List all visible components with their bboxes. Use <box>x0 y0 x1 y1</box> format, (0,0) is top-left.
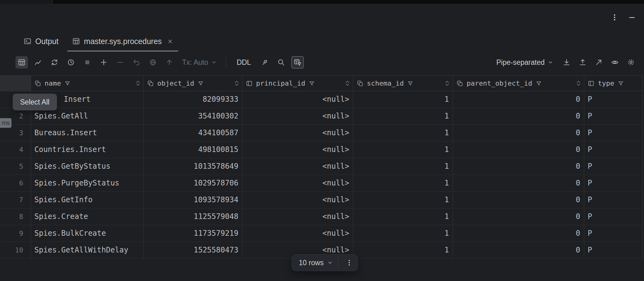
cell-object-id[interactable]: 434100587 <box>144 125 242 141</box>
cell-parent-object-id[interactable]: 0 <box>453 125 584 141</box>
cell-name[interactable]: Spies.BulkCreate <box>31 225 144 242</box>
cell-schema-id[interactable]: 1 <box>353 141 453 158</box>
cell-parent-object-id[interactable]: 0 <box>453 192 584 208</box>
submit-button[interactable] <box>163 56 176 69</box>
cell-type[interactable]: P <box>584 242 642 259</box>
row-number[interactable]: 9 <box>0 225 31 242</box>
pill-more-options-button[interactable] <box>343 256 355 269</box>
cell-type[interactable]: P <box>584 108 642 125</box>
cell-schema-id[interactable]: 1 <box>353 225 453 242</box>
cell-object-id[interactable]: 1093578934 <box>144 192 242 208</box>
cell-type[interactable]: P <box>584 125 642 141</box>
cell-object-id[interactable]: 354100302 <box>144 108 242 125</box>
cell-principal-id[interactable]: <null> <box>242 141 353 158</box>
cell-schema-id[interactable]: 1 <box>353 208 453 225</box>
minimize-button[interactable] <box>625 10 639 25</box>
row-count-pill[interactable]: 10 rows <box>292 254 358 271</box>
filter-funnel-icon[interactable] <box>618 80 624 87</box>
cell-principal-id[interactable]: <null> <box>242 192 353 208</box>
cell-object-id[interactable]: 1125579048 <box>144 208 242 225</box>
pin-tab-button[interactable] <box>259 56 271 69</box>
cell-schema-id[interactable]: 1 <box>353 192 453 208</box>
cell-parent-object-id[interactable]: 0 <box>453 158 584 175</box>
cell-object-id[interactable]: 1173579219 <box>144 225 242 242</box>
cell-name[interactable]: Bureaus.Insert <box>31 125 144 141</box>
tool-window-edge-stub[interactable]: ms <box>0 118 11 128</box>
cell-name[interactable]: Spies.GetByStatus <box>31 158 144 175</box>
cell-principal-id[interactable]: <null> <box>242 225 353 242</box>
import-data-button[interactable] <box>577 56 589 69</box>
cell-object-id[interactable]: 1013578649 <box>144 158 242 175</box>
transaction-mode-dropdown[interactable]: Tx: Auto <box>180 58 220 67</box>
cell-type[interactable]: P <box>584 192 642 208</box>
cell-principal-id[interactable]: <null> <box>242 108 353 125</box>
preview-button[interactable] <box>147 56 159 69</box>
add-row-button[interactable] <box>98 56 110 69</box>
cell-schema-id[interactable]: 1 <box>353 175 453 192</box>
table-row[interactable]: 5 Spies.GetByStatus 1013578649 <null> 1 … <box>0 158 642 175</box>
cell-parent-object-id[interactable]: 0 <box>453 141 584 158</box>
cell-schema-id[interactable]: 1 <box>353 158 453 175</box>
cell-name[interactable]: Spies.GetAll <box>31 108 144 125</box>
cell-parent-object-id[interactable]: 0 <box>453 175 584 192</box>
delete-row-button[interactable] <box>114 56 126 69</box>
cell-schema-id[interactable]: 1 <box>353 108 453 125</box>
filter-funnel-icon[interactable] <box>64 80 71 87</box>
table-row[interactable]: 1 Insert 82099333 <null> 1 0 P <box>0 91 642 108</box>
cell-schema-id[interactable]: 1 <box>353 125 453 141</box>
cell-type[interactable]: P <box>584 208 642 225</box>
ddl-button[interactable]: DDL <box>233 56 255 69</box>
more-options-button[interactable] <box>607 10 622 25</box>
cell-object-id[interactable]: 82099333 <box>144 91 242 108</box>
filter-funnel-icon[interactable] <box>309 80 315 87</box>
settings-button[interactable] <box>625 56 637 69</box>
filter-funnel-icon[interactable] <box>536 80 542 87</box>
data-extractor-dropdown[interactable]: Pipe-separated <box>496 58 554 67</box>
cell-name[interactable]: Spies.GetInfo <box>31 192 144 208</box>
row-number[interactable]: 7 <box>0 192 31 208</box>
row-number[interactable]: 10 <box>0 242 31 259</box>
cell-parent-object-id[interactable]: 0 <box>453 91 584 108</box>
sort-arrows-icon[interactable] <box>345 80 350 87</box>
row-number[interactable]: 8 <box>0 208 31 225</box>
cell-name[interactable]: Countries.Insert <box>31 141 144 158</box>
cell-schema-id[interactable]: 1 <box>353 91 453 108</box>
cell-parent-object-id[interactable]: 0 <box>453 208 584 225</box>
table-row[interactable]: 4 Countries.Insert 498100815 <null> 1 0 … <box>0 141 642 158</box>
search-button[interactable] <box>275 56 287 69</box>
cell-principal-id[interactable]: <null> <box>242 125 353 141</box>
cell-principal-id[interactable]: <null> <box>242 158 353 175</box>
column-header-object-id[interactable]: object_id <box>144 76 242 91</box>
select-all-corner[interactable] <box>0 76 31 91</box>
cell-parent-object-id[interactable]: 0 <box>453 242 584 259</box>
row-number[interactable]: 4 <box>0 141 31 158</box>
cell-type[interactable]: P <box>584 141 642 158</box>
cell-type[interactable]: P <box>584 158 642 175</box>
filter-row-toggle[interactable] <box>291 56 304 69</box>
select-all-tooltip[interactable]: Select All <box>13 94 57 110</box>
table-row[interactable]: 3 Bureaus.Insert 434100587 <null> 1 0 P <box>0 125 642 141</box>
table-row[interactable]: 8 Spies.Create 1125579048 <null> 1 0 P <box>0 208 642 225</box>
cell-principal-id[interactable]: <null> <box>242 208 353 225</box>
cell-type[interactable]: P <box>584 225 642 242</box>
table-row[interactable]: 2 Spies.GetAll 354100302 <null> 1 0 P <box>0 108 642 125</box>
cell-parent-object-id[interactable]: 0 <box>453 108 584 125</box>
sort-arrows-icon[interactable] <box>445 80 450 87</box>
table-row[interactable]: 6 Spies.PurgeByStatus 1029578706 <null> … <box>0 175 642 192</box>
stop-button[interactable] <box>81 56 94 69</box>
cell-object-id[interactable]: 498100815 <box>144 141 242 158</box>
row-number[interactable]: 6 <box>0 175 31 192</box>
tab-output[interactable]: Output <box>18 31 64 51</box>
column-header-schema-id[interactable]: schema_id <box>353 76 453 91</box>
cell-object-id[interactable]: 1029578706 <box>144 175 242 192</box>
cell-schema-id[interactable]: 1 <box>353 242 453 259</box>
cell-type[interactable]: P <box>584 175 642 192</box>
sort-arrows-icon[interactable] <box>234 80 239 87</box>
tab-master-sys-procedures[interactable]: master.sys.procedures <box>67 31 179 51</box>
column-header-principal-id[interactable]: principal_id <box>242 76 353 91</box>
filter-funnel-icon[interactable] <box>407 80 413 87</box>
close-tab-icon[interactable] <box>167 38 173 45</box>
reload-button[interactable] <box>48 56 61 69</box>
table-row[interactable]: 9 Spies.BulkCreate 1173579219 <null> 1 0… <box>0 225 642 242</box>
row-number[interactable]: 5 <box>0 158 31 175</box>
